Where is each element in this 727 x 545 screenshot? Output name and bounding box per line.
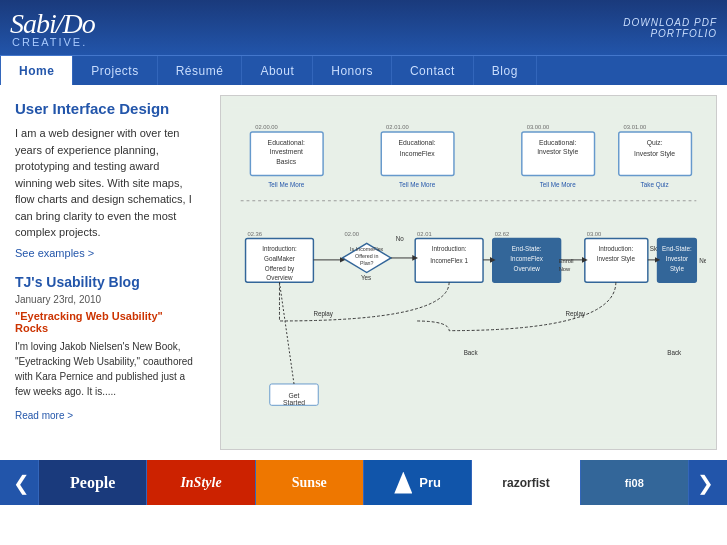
svg-text:Tell Me More: Tell Me More	[268, 181, 305, 188]
svg-text:02.36: 02.36	[247, 231, 262, 237]
svg-text:Is IncomeFlex: Is IncomeFlex	[350, 246, 383, 252]
svg-text:Get: Get	[289, 392, 300, 399]
svg-text:IncomeFlex: IncomeFlex	[510, 255, 543, 262]
blog-date: January 23rd, 2010	[15, 294, 195, 305]
header: Sabi/Do CREATIVE. DOWNLOAD PDF portfolio	[0, 0, 727, 55]
svg-text:Take Quiz: Take Quiz	[641, 181, 669, 189]
section1-text: I am a web designer with over ten years …	[15, 125, 195, 241]
nav-about[interactable]: About	[242, 56, 313, 85]
svg-text:Basics: Basics	[276, 158, 297, 165]
nav-contact[interactable]: Contact	[392, 56, 474, 85]
svg-text:Enroll: Enroll	[559, 258, 574, 264]
svg-text:Tell Me More: Tell Me More	[399, 181, 436, 188]
sidebar: User Interface Design I am a web designe…	[0, 85, 210, 460]
client-instyle: InStyle	[147, 460, 255, 505]
svg-text:End-State:: End-State:	[512, 245, 542, 252]
svg-text:Yes: Yes	[361, 274, 371, 281]
nav-home[interactable]: Home	[0, 56, 73, 85]
svg-text:Educational:: Educational:	[268, 139, 305, 146]
diagram-svg: Educational: Investment Basics 02.00.00 …	[231, 106, 706, 439]
svg-text:Back: Back	[667, 349, 682, 356]
svg-text:No: No	[396, 235, 405, 242]
svg-text:Investor Style: Investor Style	[537, 148, 578, 156]
nav-blog[interactable]: Blog	[474, 56, 537, 85]
svg-text:End-State:: End-State:	[662, 245, 692, 252]
client-logos: People InStyle Sunse Pru razorfist fi08	[38, 460, 689, 505]
svg-text:Investor Style: Investor Style	[597, 255, 636, 263]
download-pdf[interactable]: DOWNLOAD PDF portfolio	[623, 17, 717, 39]
bottom-bar: ❮ People InStyle Sunse Pru razorfist fi0…	[0, 460, 727, 505]
nav: Home Projects Résumé About Honors Contac…	[0, 55, 727, 85]
svg-text:Educational:: Educational:	[398, 139, 435, 146]
svg-text:03.00.00: 03.00.00	[527, 124, 550, 130]
logo-sub: CREATIVE.	[10, 36, 95, 48]
client-razorfist: razorfist	[472, 460, 580, 505]
next-arrow[interactable]: ❯	[689, 471, 722, 495]
diagram-area: Educational: Investment Basics 02.00.00 …	[220, 95, 717, 450]
client-pru: Pru	[364, 460, 472, 505]
section1-title: User Interface Design	[15, 100, 195, 117]
svg-text:Started: Started	[283, 399, 305, 406]
svg-text:Back: Back	[464, 349, 479, 356]
read-more-link[interactable]: Read more >	[15, 410, 73, 421]
svg-text:Now: Now	[559, 266, 571, 272]
svg-text:Introduction:: Introduction:	[599, 245, 634, 252]
svg-text:Investor Style: Investor Style	[634, 150, 675, 158]
svg-text:Tell Me More: Tell Me More	[540, 181, 577, 188]
client-sunset: Sunse	[256, 460, 364, 505]
svg-text:Quiz:: Quiz:	[647, 139, 663, 147]
blog-section: TJ's Usability Blog January 23rd, 2010 "…	[15, 274, 195, 423]
svg-text:GoalMaker: GoalMaker	[264, 255, 295, 262]
svg-text:03.01.00: 03.01.00	[624, 124, 647, 130]
main-content: User Interface Design I am a web designe…	[0, 85, 727, 460]
blog-post-title[interactable]: "Eyetracking Web Usability" Rocks	[15, 310, 195, 334]
svg-text:Overview: Overview	[266, 274, 293, 281]
logo: Sabi/Do	[10, 8, 95, 40]
svg-text:Offered in: Offered in	[355, 253, 378, 259]
blog-text: I'm loving Jakob Nielsen's New Book, "Ey…	[15, 339, 195, 399]
nav-honors[interactable]: Honors	[313, 56, 392, 85]
pru-rock-icon	[394, 472, 412, 494]
svg-text:Replay: Replay	[565, 310, 585, 318]
svg-text:Offered by: Offered by	[265, 265, 295, 273]
svg-text:Plan?: Plan?	[360, 260, 374, 266]
svg-text:Investor: Investor	[666, 255, 688, 262]
nav-projects[interactable]: Projects	[73, 56, 157, 85]
svg-text:Style: Style	[670, 265, 684, 273]
blog-title: TJ's Usability Blog	[15, 274, 195, 290]
svg-text:IncomeFlex 1: IncomeFlex 1	[430, 257, 468, 264]
svg-text:02.00: 02.00	[344, 231, 359, 237]
svg-text:Overview: Overview	[514, 265, 541, 272]
svg-text:IncomeFlex: IncomeFlex	[400, 150, 436, 157]
prev-arrow[interactable]: ❮	[5, 471, 38, 495]
nav-resume[interactable]: Résumé	[158, 56, 243, 85]
svg-text:03.00: 03.00	[587, 231, 602, 237]
see-examples-link[interactable]: See examples >	[15, 247, 195, 259]
svg-text:Introduction:: Introduction:	[432, 245, 467, 252]
svg-text:Investment: Investment	[270, 148, 303, 155]
svg-text:02.00.00: 02.00.00	[255, 124, 278, 130]
client-people: People	[38, 460, 147, 505]
svg-text:Replay: Replay	[313, 310, 333, 318]
logo-area: Sabi/Do CREATIVE.	[10, 8, 95, 48]
svg-text:Next: Next	[699, 257, 706, 264]
svg-text:Introduction:: Introduction:	[262, 245, 297, 252]
client-fi08: fi08	[581, 460, 689, 505]
svg-text:02.62: 02.62	[495, 231, 510, 237]
svg-text:Educational:: Educational:	[539, 139, 576, 146]
svg-text:02.01: 02.01	[417, 231, 432, 237]
svg-text:02.01.00: 02.01.00	[386, 124, 409, 130]
